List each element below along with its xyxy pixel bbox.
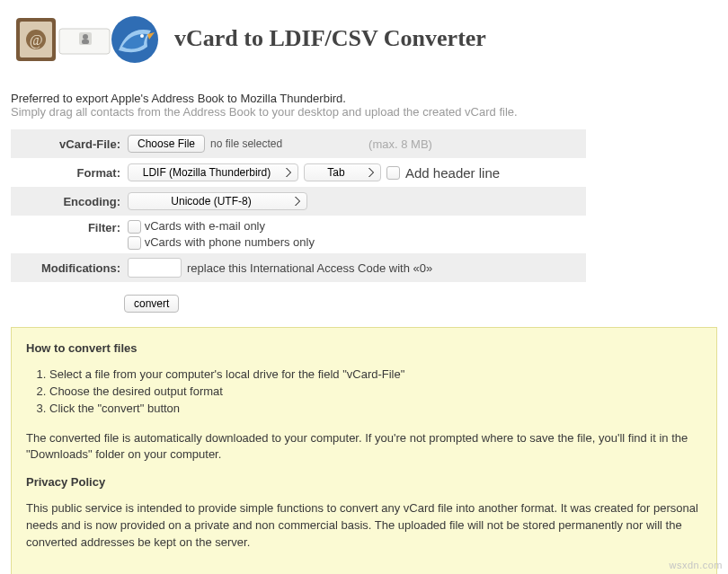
row-encoding: Encoding: Unicode (UTF-8): [11, 187, 586, 216]
row-filter: Filter: vCards with e-mail only vCards w…: [11, 216, 586, 253]
header: @ vCard to LDIF/CSV Converter: [11, 7, 717, 70]
svg-rect-7: [82, 40, 89, 44]
label-encoding: Encoding:: [11, 195, 128, 208]
app-logo: @: [11, 7, 164, 70]
intro-line1: Preferred to export Apple's Address Book…: [11, 92, 717, 105]
howto-step: Click the "convert" button: [49, 401, 702, 418]
converter-form: vCard-File: Choose File no file selected…: [11, 129, 586, 327]
label-modifications: Modifications:: [11, 261, 128, 275]
filter-phone-label: vCards with phone numbers only: [145, 235, 315, 249]
watermark: wsxdn.com: [669, 560, 723, 570]
row-convert: convert: [11, 282, 586, 327]
privacy-title: Privacy Policy: [26, 474, 702, 491]
file-status-text: no file selected: [210, 137, 282, 150]
howto-step: Choose the desired output format: [49, 384, 702, 401]
filter-phone-checkbox[interactable]: [128, 236, 141, 250]
intro-line2: Simply drag all contacts from the Addres…: [11, 105, 717, 119]
howto-steps: Select a file from your computer's local…: [49, 366, 702, 418]
howto-step: Select a file from your computer's local…: [49, 366, 702, 384]
access-code-input[interactable]: [128, 258, 182, 278]
label-filter: Filter:: [11, 219, 128, 234]
modifications-text: replace this International Access Code w…: [187, 261, 432, 275]
svg-point-6: [83, 34, 88, 40]
label-vcard-file: vCard-File:: [11, 137, 128, 151]
encoding-select[interactable]: Unicode (UTF-8): [128, 192, 307, 210]
row-modifications: Modifications: replace this Internationa…: [11, 253, 586, 282]
intro-text: Preferred to export Apple's Address Book…: [11, 92, 717, 119]
svg-point-9: [140, 34, 144, 38]
row-vcard-file: vCard-File: Choose File no file selected…: [11, 129, 586, 158]
row-format: Format: LDIF (Mozilla Thunderbird) Tab A…: [11, 158, 586, 187]
format-select[interactable]: LDIF (Mozilla Thunderbird): [128, 163, 298, 181]
label-format: Format:: [11, 166, 128, 180]
filter-email-checkbox[interactable]: [128, 220, 141, 234]
header-line-checkbox[interactable]: [386, 166, 400, 180]
privacy-paragraph: This public service is intended to provi…: [26, 500, 702, 552]
convert-button[interactable]: convert: [124, 295, 179, 313]
howto-paragraph: The converted file is automatically down…: [26, 430, 702, 464]
howto-title: How to convert files: [26, 340, 702, 358]
choose-file-button[interactable]: Choose File: [128, 135, 205, 153]
file-size-hint: (max. 8 MB): [368, 137, 432, 151]
svg-text:@: @: [30, 32, 43, 49]
page-title: vCard to LDIF/CSV Converter: [174, 25, 486, 52]
delimiter-select[interactable]: Tab: [304, 163, 381, 181]
header-line-label: Add header line: [405, 165, 500, 181]
filter-email-label: vCards with e-mail only: [145, 219, 265, 233]
info-panel: How to convert files Select a file from …: [11, 327, 717, 574]
